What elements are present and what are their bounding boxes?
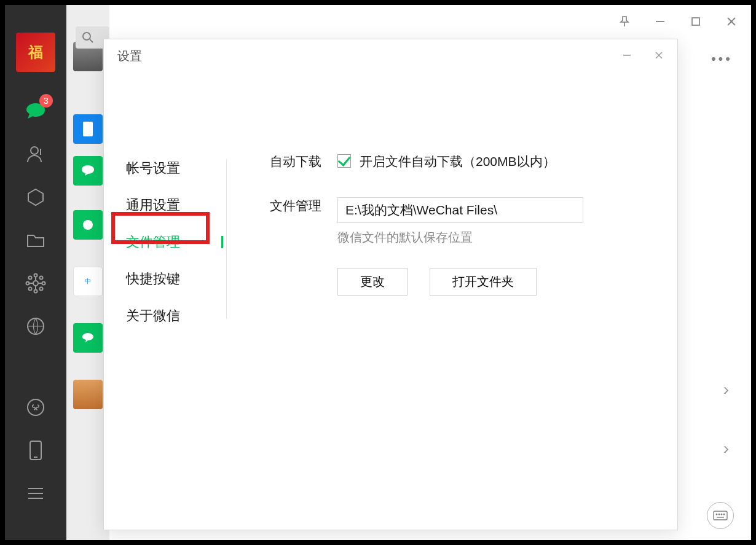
app-sidebar: 福 3	[5, 5, 66, 540]
channels-icon[interactable]	[21, 312, 50, 341]
svg-point-4	[34, 290, 37, 293]
svg-point-0	[31, 147, 38, 154]
svg-point-23	[83, 220, 93, 230]
moments-icon[interactable]	[21, 269, 50, 298]
sidebar-bottom	[21, 393, 50, 540]
settings-title: 设置	[117, 48, 142, 65]
file-path-field[interactable]: E:\我的文档\WeChat Files\	[337, 197, 583, 223]
nav-shortcut[interactable]: 快捷按键	[116, 264, 227, 294]
svg-rect-30	[714, 511, 727, 520]
settings-dialog: 设置 帐号设置 通用设置 文件管理 快捷按键 关于微信 自动下载 开启文件自动下…	[103, 39, 678, 530]
svg-point-7	[29, 276, 32, 280]
chat-item[interactable]	[73, 380, 103, 409]
svg-point-24	[83, 33, 90, 40]
chevron-right-icon[interactable]: ›	[723, 439, 729, 458]
open-folder-button[interactable]: 打开文件夹	[430, 268, 537, 296]
svg-point-10	[40, 288, 43, 291]
contacts-icon[interactable]	[21, 139, 50, 169]
nav-general[interactable]: 通用设置	[116, 190, 227, 221]
auto-download-label: 自动下载	[270, 153, 337, 170]
settings-nav: 帐号设置 通用设置 文件管理 快捷按键 关于微信	[104, 153, 227, 337]
favorites-icon[interactable]	[21, 182, 50, 212]
chat-item[interactable]	[73, 156, 103, 186]
search-icon	[82, 31, 94, 44]
mini-program-icon[interactable]	[21, 393, 50, 422]
file-mgmt-label: 文件管理	[270, 197, 337, 214]
svg-point-32	[719, 514, 720, 515]
svg-point-34	[723, 514, 725, 515]
nav-about[interactable]: 关于微信	[116, 300, 227, 331]
files-icon[interactable]	[21, 225, 50, 255]
nav-files[interactable]: 文件管理	[116, 227, 227, 257]
settings-content: 自动下载 开启文件自动下载（200MB以内） 文件管理 E:\我的文档\WeCh…	[227, 153, 583, 337]
chat-item[interactable]: 中	[73, 267, 103, 296]
svg-point-31	[716, 514, 717, 515]
maximize-icon[interactable]	[688, 14, 703, 29]
svg-rect-22	[83, 122, 93, 136]
phone-icon[interactable]	[21, 436, 50, 465]
svg-point-6	[42, 282, 45, 285]
auto-download-text: 开启文件自动下载（200MB以内）	[360, 153, 556, 170]
window-controls	[617, 14, 739, 29]
svg-point-16	[28, 399, 44, 415]
minimize-icon[interactable]	[653, 14, 667, 29]
svg-point-33	[721, 514, 722, 515]
chat-badge: 3	[39, 94, 53, 108]
chat-item[interactable]	[73, 114, 103, 144]
chat-item[interactable]	[73, 323, 103, 353]
nav-account[interactable]: 帐号设置	[116, 153, 227, 184]
auto-download-checkbox[interactable]	[337, 154, 351, 168]
svg-rect-27	[692, 18, 699, 25]
dialog-minimize-icon[interactable]	[620, 48, 634, 63]
change-button[interactable]: 更改	[337, 268, 408, 296]
dialog-close-icon[interactable]	[652, 48, 666, 63]
pin-icon[interactable]	[617, 14, 632, 29]
close-icon[interactable]	[724, 14, 739, 29]
chat-item[interactable]	[73, 210, 103, 240]
svg-point-2	[33, 281, 38, 286]
svg-point-5	[26, 282, 30, 285]
avatar-glyph: 福	[28, 42, 43, 62]
svg-point-9	[29, 288, 32, 291]
menu-icon[interactable]	[21, 479, 50, 508]
avatar[interactable]: 福	[16, 33, 55, 72]
svg-point-8	[40, 276, 43, 280]
more-icon[interactable]: •••	[711, 51, 733, 67]
keyboard-icon[interactable]	[707, 502, 734, 529]
chat-icon[interactable]: 3	[21, 96, 50, 126]
svg-line-25	[90, 39, 93, 42]
svg-point-3	[34, 274, 37, 277]
chevron-right-icon[interactable]: ›	[723, 380, 729, 399]
file-path-hint: 微信文件的默认保存位置	[337, 229, 583, 246]
dialog-window-controls	[620, 48, 666, 63]
